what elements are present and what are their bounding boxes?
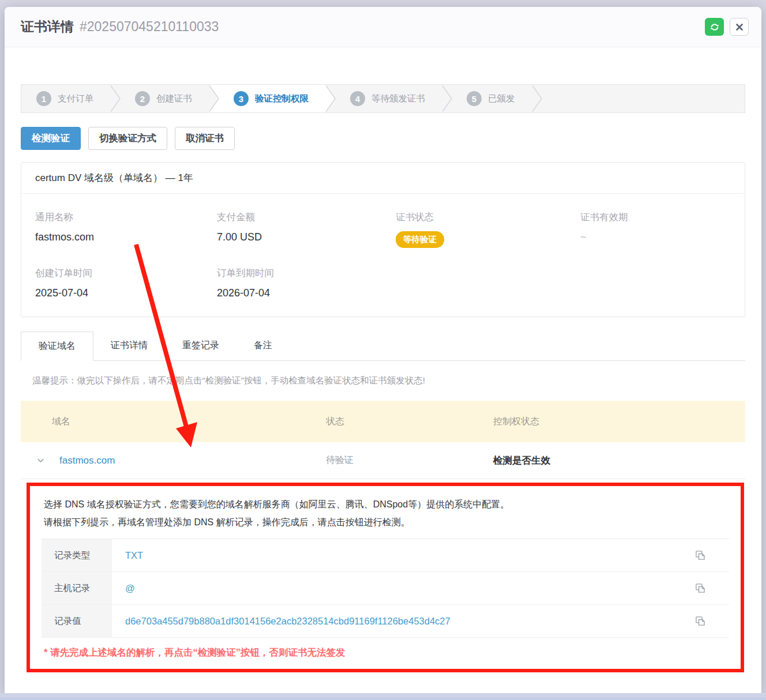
domain-cell: fastmos.com bbox=[21, 455, 326, 466]
record-label: 主机记录 bbox=[42, 572, 112, 604]
table-row: fastmos.com 待验证 检测是否生效 bbox=[21, 442, 745, 479]
check-verify-button[interactable]: 检测验证 bbox=[21, 127, 81, 150]
order-number: #202507045210110033 bbox=[80, 19, 219, 35]
field-label: 通用名称 bbox=[35, 211, 217, 224]
step-number: 4 bbox=[350, 91, 365, 106]
control-status-action[interactable]: 检测是否生效 bbox=[493, 454, 745, 467]
field-value: 2025-07-04 bbox=[35, 287, 217, 299]
switch-verify-method-button[interactable]: 切换验证方式 bbox=[88, 127, 167, 150]
record-label: 记录值 bbox=[42, 605, 112, 637]
step-number: 3 bbox=[234, 91, 249, 106]
refresh-icon bbox=[709, 22, 720, 32]
tab-verify-domain[interactable]: 验证域名 bbox=[21, 332, 93, 361]
dns-instruction-line1: 选择 DNS 域名授权验证方式，您需要到您的域名解析服务商（如阿里云、腾讯、DN… bbox=[44, 495, 729, 513]
domain-link[interactable]: fastmos.com bbox=[59, 455, 115, 466]
step-verify-control: 3 验证控制权限 bbox=[209, 85, 326, 112]
record-label: 记录类型 bbox=[42, 539, 112, 571]
tab-bar: 验证域名 证书详情 重签记录 备注 bbox=[21, 332, 745, 361]
step-number: 2 bbox=[135, 91, 150, 106]
copy-icon[interactable] bbox=[694, 605, 729, 637]
step-label: 创建证书 bbox=[156, 93, 192, 105]
step-label: 已颁发 bbox=[488, 93, 515, 105]
dns-record-table: 记录类型 TXT 主机记录 @ bbox=[42, 539, 729, 638]
status-badge: 等待验证 bbox=[396, 231, 444, 248]
close-button[interactable] bbox=[730, 18, 749, 36]
field-common-name: 通用名称 fastmos.com bbox=[35, 211, 217, 248]
certificate-detail-modal: 证书详情 #202507045210110033 bbox=[5, 7, 761, 693]
product-name: certum DV 域名级（单域名） — 1年 bbox=[21, 163, 745, 194]
certificate-info-card: certum DV 域名级（单域名） — 1年 通用名称 fastmos.com… bbox=[21, 162, 745, 317]
domain-status: 待验证 bbox=[326, 454, 493, 466]
copy-icon[interactable] bbox=[694, 539, 729, 571]
dns-record-row-value: 记录值 d6e703a455d79b880a1df3014156e2acb232… bbox=[42, 605, 729, 638]
domain-table-header: 域名 状态 控制权状态 bbox=[21, 401, 745, 442]
certificate-fields: 通用名称 fastmos.com 支付金额 7.00 USD 证书状态 等待验证… bbox=[21, 194, 745, 317]
dns-verification-panel: 选择 DNS 域名授权验证方式，您需要到您的域名解析服务商（如阿里云、腾讯、DN… bbox=[27, 483, 744, 672]
field-value: 等待验证 bbox=[396, 231, 580, 248]
step-number: 5 bbox=[467, 91, 482, 106]
field-expire-time: 订单到期时间 2026-07-04 bbox=[217, 267, 396, 299]
record-value: @ bbox=[112, 572, 694, 604]
dns-record-row-type: 记录类型 TXT bbox=[42, 539, 729, 572]
tab-remarks[interactable]: 备注 bbox=[236, 332, 290, 360]
refresh-button[interactable] bbox=[705, 18, 724, 36]
record-value: TXT bbox=[112, 539, 694, 571]
field-value: ~ bbox=[580, 231, 731, 243]
field-cert-status: 证书状态 等待验证 bbox=[396, 211, 580, 248]
step-create-cert: 2 创建证书 bbox=[111, 85, 209, 112]
step-label: 验证控制权限 bbox=[255, 93, 309, 105]
dns-warning-text: * 请先完成上述域名的解析，再点击“检测验证”按钮，否则证书无法签发 bbox=[42, 646, 729, 659]
modal-body: 1 支付订单 2 创建证书 3 验证控制权限 4 等待颁发证书 5 已颁发 bbox=[5, 47, 761, 672]
column-control-status: 控制权状态 bbox=[493, 416, 745, 428]
step-wizard-filler bbox=[532, 85, 745, 112]
header-actions bbox=[705, 18, 749, 36]
field-label: 订单到期时间 bbox=[217, 267, 396, 280]
close-icon bbox=[736, 24, 743, 31]
modal-header: 证书详情 #202507045210110033 bbox=[5, 7, 761, 47]
field-validity: 证书有效期 ~ bbox=[580, 211, 731, 248]
step-pay-order: 1 支付订单 bbox=[21, 85, 111, 112]
field-label: 创建订单时间 bbox=[35, 267, 217, 280]
field-amount: 支付金额 7.00 USD bbox=[217, 211, 396, 248]
step-issued: 5 已颁发 bbox=[442, 85, 532, 112]
column-status: 状态 bbox=[326, 416, 493, 428]
step-wizard: 1 支付订单 2 创建证书 3 验证控制权限 4 等待颁发证书 5 已颁发 bbox=[21, 84, 745, 113]
dns-instructions: 选择 DNS 域名授权验证方式，您需要到您的域名解析服务商（如阿里云、腾讯、DN… bbox=[42, 495, 729, 531]
copy-icon[interactable] bbox=[694, 572, 729, 604]
step-label: 等待颁发证书 bbox=[371, 93, 425, 105]
field-label: 支付金额 bbox=[217, 211, 396, 224]
record-value: d6e703a455d79b880a1df3014156e2acb2328514… bbox=[112, 605, 694, 637]
column-domain: 域名 bbox=[21, 416, 326, 428]
field-label: 证书有效期 bbox=[580, 211, 731, 224]
cancel-cert-button[interactable]: 取消证书 bbox=[175, 127, 235, 150]
page-backdrop-edge bbox=[0, 698, 766, 700]
field-label: 证书状态 bbox=[396, 211, 580, 224]
tab-reissue-records[interactable]: 重签记录 bbox=[165, 332, 236, 360]
field-value: 7.00 USD bbox=[217, 231, 396, 243]
step-number: 1 bbox=[36, 91, 51, 106]
step-label: 支付订单 bbox=[58, 93, 93, 105]
dns-instruction-line2: 请根据下列提示，再域名管理处添加 DNS 解析记录，操作完成后，请点击按钮进行检… bbox=[44, 513, 729, 531]
chevron-down-icon[interactable] bbox=[36, 456, 45, 465]
dns-record-row-host: 主机记录 @ bbox=[42, 572, 729, 605]
notice-text: 温馨提示：做完以下操作后，请不定期点击“检测验证”按钮，手动检查域名验证状态和证… bbox=[21, 361, 745, 401]
step-wait-issue: 4 等待颁发证书 bbox=[326, 85, 442, 112]
action-bar: 检测验证 切换验证方式 取消证书 bbox=[21, 127, 745, 150]
field-value: 2026-07-04 bbox=[217, 287, 396, 299]
tab-cert-detail[interactable]: 证书详情 bbox=[93, 332, 165, 360]
field-value: fastmos.com bbox=[35, 231, 217, 243]
field-created-time: 创建订单时间 2025-07-04 bbox=[35, 267, 217, 299]
page-title: 证书详情 bbox=[21, 18, 74, 36]
